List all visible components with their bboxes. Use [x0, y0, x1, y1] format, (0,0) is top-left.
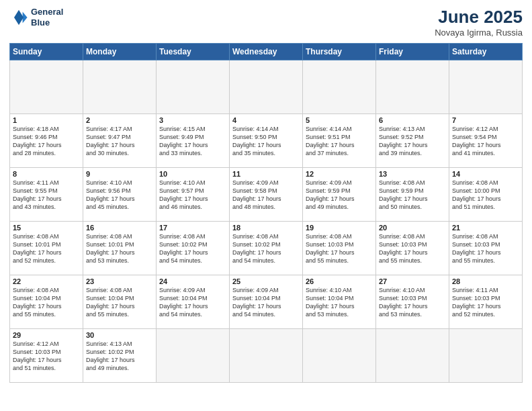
day-number: 18 [232, 224, 300, 232]
calendar-cell: 15Sunrise: 4:08 AM Sunset: 10:01 PM Dayl… [10, 222, 83, 275]
calendar-cell [157, 60, 230, 114]
day-info: Sunrise: 4:09 AM Sunset: 10:04 PM Daylig… [159, 286, 226, 319]
day-number: 27 [379, 277, 446, 285]
day-info: Sunrise: 4:08 AM Sunset: 10:03 PM Daylig… [452, 232, 519, 265]
calendar-cell: 1Sunrise: 4:18 AM Sunset: 9:46 PM Daylig… [10, 114, 83, 168]
day-info: Sunrise: 4:09 AM Sunset: 10:04 PM Daylig… [232, 286, 300, 319]
calendar-cell [83, 60, 157, 114]
day-number: 17 [159, 224, 226, 232]
calendar-cell [157, 329, 230, 383]
day-number: 24 [159, 277, 226, 285]
month-title: June 2025 [435, 7, 523, 28]
day-info: Sunrise: 4:13 AM Sunset: 10:02 PM Daylig… [86, 340, 153, 373]
calendar-cell: 5Sunrise: 4:14 AM Sunset: 9:51 PM Daylig… [303, 114, 376, 168]
day-number: 25 [232, 277, 300, 285]
day-info: Sunrise: 4:13 AM Sunset: 9:52 PM Dayligh… [379, 125, 446, 158]
calendar-table: SundayMondayTuesdayWednesdayThursdayFrid… [9, 43, 523, 383]
calendar-cell [449, 60, 523, 114]
header: General Blue June 2025 Novaya Igirma, Ru… [9, 7, 523, 38]
logo-icon [9, 8, 28, 27]
day-number: 3 [159, 116, 226, 124]
calendar-cell: 17Sunrise: 4:08 AM Sunset: 10:02 PM Dayl… [157, 222, 230, 275]
day-info: Sunrise: 4:12 AM Sunset: 10:03 PM Daylig… [13, 340, 80, 373]
day-info: Sunrise: 4:08 AM Sunset: 10:01 PM Daylig… [86, 232, 153, 265]
day-number: 20 [379, 224, 446, 232]
calendar-cell: 22Sunrise: 4:08 AM Sunset: 10:04 PM Dayl… [10, 275, 83, 329]
day-info: Sunrise: 4:18 AM Sunset: 9:46 PM Dayligh… [13, 125, 80, 158]
day-number: 23 [86, 277, 153, 285]
calendar-cell: 2Sunrise: 4:17 AM Sunset: 9:47 PM Daylig… [83, 114, 157, 168]
day-info: Sunrise: 4:17 AM Sunset: 9:47 PM Dayligh… [86, 125, 153, 158]
day-info: Sunrise: 4:08 AM Sunset: 10:02 PM Daylig… [159, 232, 226, 265]
day-number: 16 [86, 224, 153, 232]
day-number: 1 [13, 116, 80, 124]
logo-text: General Blue [31, 7, 63, 28]
day-number: 12 [306, 170, 373, 178]
day-number: 14 [452, 170, 519, 178]
day-info: Sunrise: 4:10 AM Sunset: 9:56 PM Dayligh… [86, 179, 153, 212]
calendar-cell: 24Sunrise: 4:09 AM Sunset: 10:04 PM Dayl… [157, 275, 230, 329]
calendar-cell: 21Sunrise: 4:08 AM Sunset: 10:03 PM Dayl… [449, 222, 523, 275]
calendar-cell [230, 329, 303, 383]
weekday-header: Saturday [449, 44, 523, 60]
day-number: 9 [86, 170, 153, 178]
calendar-week-row: 8Sunrise: 4:11 AM Sunset: 9:55 PM Daylig… [10, 168, 523, 222]
day-number: 11 [232, 170, 300, 178]
calendar-cell [376, 329, 449, 383]
day-info: Sunrise: 4:09 AM Sunset: 9:59 PM Dayligh… [306, 179, 373, 212]
calendar-week-row: 15Sunrise: 4:08 AM Sunset: 10:01 PM Dayl… [10, 222, 523, 275]
location: Novaya Igirma, Russia [435, 28, 523, 38]
day-info: Sunrise: 4:08 AM Sunset: 10:00 PM Daylig… [452, 179, 519, 212]
calendar-cell: 11Sunrise: 4:09 AM Sunset: 9:58 PM Dayli… [230, 168, 303, 222]
day-info: Sunrise: 4:10 AM Sunset: 10:03 PM Daylig… [379, 286, 446, 319]
day-info: Sunrise: 4:08 AM Sunset: 10:03 PM Daylig… [306, 232, 373, 265]
calendar-week-row [10, 60, 523, 114]
title-area: June 2025 Novaya Igirma, Russia [435, 7, 523, 38]
day-info: Sunrise: 4:11 AM Sunset: 9:55 PM Dayligh… [13, 179, 80, 212]
day-number: 22 [13, 277, 80, 285]
calendar-cell: 25Sunrise: 4:09 AM Sunset: 10:04 PM Dayl… [230, 275, 303, 329]
page-container: General Blue June 2025 Novaya Igirma, Ru… [0, 0, 532, 390]
day-info: Sunrise: 4:09 AM Sunset: 9:58 PM Dayligh… [232, 179, 300, 212]
day-number: 21 [452, 224, 519, 232]
day-info: Sunrise: 4:14 AM Sunset: 9:51 PM Dayligh… [306, 125, 373, 158]
weekday-header: Friday [376, 44, 449, 60]
day-info: Sunrise: 4:10 AM Sunset: 9:57 PM Dayligh… [159, 179, 226, 212]
calendar-cell: 12Sunrise: 4:09 AM Sunset: 9:59 PM Dayli… [303, 168, 376, 222]
weekday-header: Monday [83, 44, 157, 60]
day-number: 10 [159, 170, 226, 178]
calendar-cell [10, 60, 83, 114]
day-number: 15 [13, 224, 80, 232]
calendar-cell: 6Sunrise: 4:13 AM Sunset: 9:52 PM Daylig… [376, 114, 449, 168]
day-number: 13 [379, 170, 446, 178]
weekday-header: Sunday [10, 44, 83, 60]
day-info: Sunrise: 4:08 AM Sunset: 10:03 PM Daylig… [379, 232, 446, 265]
calendar-cell [449, 329, 523, 383]
day-info: Sunrise: 4:08 AM Sunset: 10:02 PM Daylig… [232, 232, 300, 265]
calendar-week-row: 1Sunrise: 4:18 AM Sunset: 9:46 PM Daylig… [10, 114, 523, 168]
day-info: Sunrise: 4:11 AM Sunset: 10:03 PM Daylig… [452, 286, 519, 319]
svg-marker-1 [14, 9, 24, 24]
day-number: 19 [306, 224, 373, 232]
calendar-cell: 20Sunrise: 4:08 AM Sunset: 10:03 PM Dayl… [376, 222, 449, 275]
calendar-week-row: 22Sunrise: 4:08 AM Sunset: 10:04 PM Dayl… [10, 275, 523, 329]
calendar-cell: 7Sunrise: 4:12 AM Sunset: 9:54 PM Daylig… [449, 114, 523, 168]
logo: General Blue [9, 7, 63, 28]
calendar-cell: 8Sunrise: 4:11 AM Sunset: 9:55 PM Daylig… [10, 168, 83, 222]
calendar-cell: 26Sunrise: 4:10 AM Sunset: 10:04 PM Dayl… [303, 275, 376, 329]
calendar-week-row: 29Sunrise: 4:12 AM Sunset: 10:03 PM Dayl… [10, 329, 523, 383]
day-number: 6 [379, 116, 446, 124]
calendar-cell [376, 60, 449, 114]
calendar-cell: 3Sunrise: 4:15 AM Sunset: 9:49 PM Daylig… [157, 114, 230, 168]
calendar-cell: 27Sunrise: 4:10 AM Sunset: 10:03 PM Dayl… [376, 275, 449, 329]
day-info: Sunrise: 4:12 AM Sunset: 9:54 PM Dayligh… [452, 125, 519, 158]
calendar-cell: 29Sunrise: 4:12 AM Sunset: 10:03 PM Dayl… [10, 329, 83, 383]
day-number: 8 [13, 170, 80, 178]
day-number: 26 [306, 277, 373, 285]
day-number: 30 [86, 331, 153, 339]
calendar-cell [230, 60, 303, 114]
day-info: Sunrise: 4:08 AM Sunset: 10:04 PM Daylig… [86, 286, 153, 319]
day-number: 29 [13, 331, 80, 339]
day-number: 5 [306, 116, 373, 124]
day-info: Sunrise: 4:08 AM Sunset: 10:01 PM Daylig… [13, 232, 80, 265]
